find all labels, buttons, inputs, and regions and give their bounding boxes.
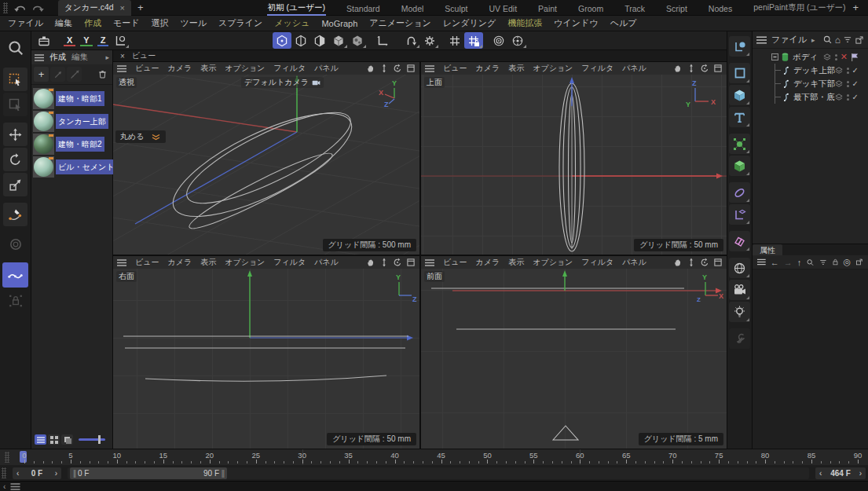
close-document-icon[interactable]: × bbox=[120, 3, 125, 13]
layout-tab-0[interactable]: 初期 (ユーザー) bbox=[267, 0, 326, 16]
viewport-menu-item-4[interactable]: フィルタ bbox=[581, 257, 613, 268]
object-manager-more-icon[interactable]: ▸ bbox=[811, 36, 815, 44]
environment-globe-button[interactable] bbox=[729, 258, 750, 278]
axis-modification-button[interactable] bbox=[373, 32, 392, 49]
material-tab-edit[interactable]: 編集 bbox=[71, 52, 88, 63]
world-object-coordinates-button[interactable] bbox=[401, 32, 420, 49]
viewport-menu-item-5[interactable]: パネル bbox=[622, 257, 646, 268]
modeling-axis-button[interactable] bbox=[729, 204, 750, 225]
hand-icon[interactable] bbox=[365, 64, 375, 74]
material-item-0[interactable]: 建物・暗部1 bbox=[31, 87, 112, 110]
viewport-menu-item-3[interactable]: オプション bbox=[533, 63, 573, 74]
disabled-icon[interactable]: ✕ bbox=[841, 52, 848, 62]
lock-y-axis-button[interactable]: Y bbox=[80, 35, 92, 46]
material-tab-create[interactable]: 作成 bbox=[49, 52, 66, 63]
attributes-up-icon[interactable]: ↑ bbox=[797, 258, 802, 267]
lock-z-axis-button[interactable]: Z bbox=[97, 35, 109, 46]
range-end-handle[interactable]: || bbox=[222, 469, 224, 478]
material-thumbnail[interactable] bbox=[33, 134, 54, 155]
hud-round-tool[interactable]: 丸める bbox=[115, 130, 166, 143]
viewport-menu-icon[interactable] bbox=[425, 259, 434, 266]
timeline-ruler[interactable]: 051015202530354045505560657075808590 bbox=[0, 449, 868, 465]
material-name[interactable]: タンカー上部 bbox=[56, 114, 108, 129]
viewport-menu-icon[interactable] bbox=[117, 259, 126, 266]
preview-range-bar[interactable]: || 0 F 90 F || bbox=[70, 467, 227, 479]
material-icon-view-icon[interactable] bbox=[61, 434, 73, 445]
layer-stack-icon[interactable] bbox=[822, 53, 832, 62]
object-detach-icon[interactable] bbox=[855, 35, 864, 45]
viewport-menu-item-0[interactable]: ビュー bbox=[443, 63, 467, 74]
rotate-tool[interactable] bbox=[3, 148, 27, 171]
layout-tab-2[interactable]: Model bbox=[401, 2, 425, 16]
viewport-perspective-canvas[interactable]: Y X Z 透視 デフォルトカメラ 丸める グ bbox=[113, 75, 419, 255]
primitive-cube-button[interactable] bbox=[729, 85, 750, 105]
menubar-item-3[interactable]: モード bbox=[113, 17, 140, 29]
object-row-body[interactable]: ボディ ✕ bbox=[753, 50, 868, 64]
pan-icon[interactable] bbox=[686, 258, 696, 268]
menubar-item-12[interactable]: ウインドウ bbox=[554, 17, 598, 29]
mesh-display-mode-button[interactable] bbox=[329, 32, 348, 49]
object-row-child-2[interactable]: 最下部・底✓ bbox=[753, 90, 868, 104]
viewport-tab-close-icon[interactable]: × bbox=[120, 52, 125, 60]
camera-label[interactable]: デフォルトカメラ bbox=[241, 77, 324, 88]
object-label[interactable]: デッキ下部 bbox=[793, 79, 835, 90]
redo-icon[interactable] bbox=[31, 2, 45, 13]
attributes-search-icon[interactable] bbox=[806, 258, 815, 267]
object-label[interactable]: デッキ上部 bbox=[793, 65, 835, 76]
viewport-menu-item-1[interactable]: カメラ bbox=[167, 257, 192, 268]
lock-x-axis-button[interactable]: X bbox=[64, 35, 75, 46]
load-material-icon[interactable] bbox=[50, 67, 65, 82]
end-frame-spinner[interactable]: ‹ 464 F › bbox=[815, 467, 866, 479]
material-item-1[interactable]: タンカー上部 bbox=[31, 110, 112, 133]
viewport-menu-item-2[interactable]: 表示 bbox=[200, 63, 216, 74]
layer-stack-icon[interactable] bbox=[834, 79, 844, 89]
viewport-front-canvas[interactable]: Y X Z 前面 グリッド間隔 : 5 mm bbox=[421, 269, 727, 449]
viewport-menu-icon[interactable] bbox=[117, 65, 126, 72]
visibility-dots-icon[interactable] bbox=[847, 81, 849, 87]
visibility-dots-icon[interactable] bbox=[847, 68, 849, 74]
material-grid-view-icon[interactable] bbox=[48, 434, 60, 445]
hand-icon[interactable] bbox=[365, 258, 375, 268]
light-object-button[interactable] bbox=[729, 302, 750, 322]
pan-icon[interactable] bbox=[686, 64, 696, 74]
layout-tab-6[interactable]: Groom bbox=[577, 2, 604, 16]
menubar-item-13[interactable]: ヘルプ bbox=[610, 17, 637, 29]
use-texture-mode-button[interactable] bbox=[291, 32, 310, 49]
live-selection-tool[interactable] bbox=[3, 68, 27, 91]
enabled-check-icon[interactable]: ✓ bbox=[852, 93, 859, 101]
viewport-solo-single-button[interactable] bbox=[508, 32, 527, 49]
mograph-planes-button[interactable] bbox=[729, 231, 750, 251]
maximize-icon[interactable] bbox=[405, 64, 416, 74]
current-frame-value[interactable]: 0 F bbox=[31, 469, 42, 478]
layout-tab-4[interactable]: UV Edit bbox=[489, 2, 518, 16]
titlebar-grip[interactable] bbox=[3, 2, 8, 13]
use-model-mode-button[interactable] bbox=[273, 32, 291, 49]
controls-grip[interactable] bbox=[2, 467, 6, 478]
snap-toggle-button[interactable] bbox=[445, 32, 464, 49]
attributes-detach-icon[interactable] bbox=[855, 258, 863, 266]
viewport-menu-item-4[interactable]: フィルタ bbox=[581, 63, 613, 74]
viewport-right[interactable]: ビューカメラ表示オプションフィルタパネル Y bbox=[113, 256, 419, 449]
frame-prev-icon[interactable]: ‹ bbox=[16, 469, 19, 478]
material-item-2[interactable]: 建物・暗部2 bbox=[31, 133, 112, 156]
menubar-item-6[interactable]: スプライン bbox=[218, 17, 262, 29]
attributes-back-icon[interactable]: ← bbox=[771, 258, 779, 267]
spline-primitive-button[interactable] bbox=[729, 63, 750, 83]
camera-object-button[interactable] bbox=[729, 280, 750, 300]
undo-icon[interactable] bbox=[13, 2, 27, 13]
object-row-child-0[interactable]: デッキ上部✓ bbox=[753, 64, 868, 77]
use-workplane-mode-button[interactable] bbox=[310, 32, 329, 49]
move-tool[interactable] bbox=[3, 123, 27, 146]
layer-stack-icon[interactable] bbox=[834, 66, 844, 75]
viewport-menu-item-2[interactable]: 表示 bbox=[508, 63, 524, 74]
maximize-icon[interactable] bbox=[712, 258, 723, 268]
maximize-icon[interactable] bbox=[712, 64, 723, 74]
menubar-item-5[interactable]: ツール bbox=[181, 17, 207, 29]
object-filter-icon[interactable] bbox=[843, 35, 852, 44]
material-thumbnail[interactable] bbox=[33, 156, 54, 178]
hand-icon[interactable] bbox=[672, 258, 683, 268]
spline-pen-tool[interactable] bbox=[3, 203, 27, 226]
spline-smooth-tool[interactable] bbox=[2, 262, 28, 288]
visibility-dots-icon[interactable] bbox=[847, 94, 849, 101]
material-name[interactable]: ビル・セメント bbox=[56, 159, 116, 174]
